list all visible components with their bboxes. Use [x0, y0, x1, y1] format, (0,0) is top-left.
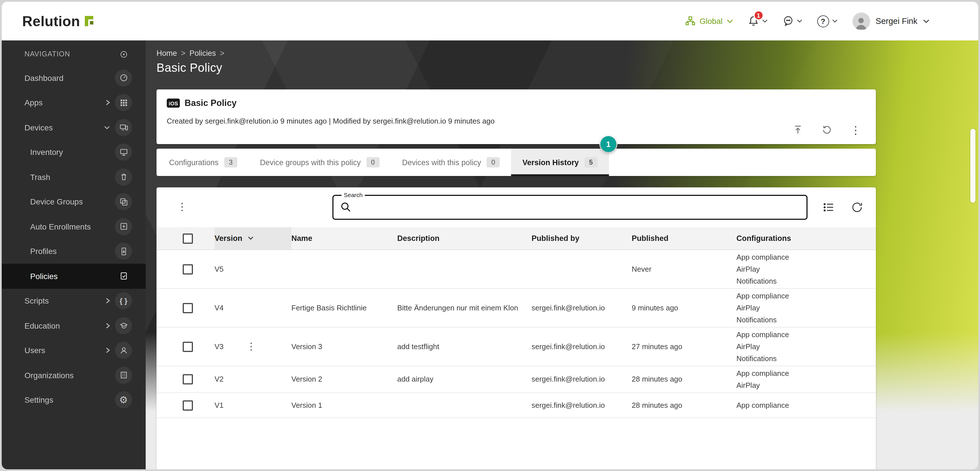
breadcrumb-policies[interactable]: Policies [189, 49, 216, 57]
chevron-right-icon [105, 99, 110, 106]
policies-icon [115, 268, 132, 285]
configurations-list: App compliance AirPlay Notifications [737, 290, 864, 326]
table-toolbar: ⋮ Search [156, 187, 876, 227]
sidebar-item-settings[interactable]: Settings ⚙ [2, 388, 146, 412]
column-header-version[interactable]: Version [215, 227, 291, 249]
sidebar-item-devices[interactable]: Devices [2, 115, 146, 140]
organizations-building-icon [115, 367, 132, 384]
restore-icon[interactable] [821, 124, 833, 136]
tab-device-groups[interactable]: Device groups with this policy 0 [249, 148, 391, 176]
chat-bubble-icon [782, 15, 794, 27]
toolbar-kebab-menu-icon[interactable]: ⋮ [177, 202, 187, 212]
sidebar-item-inventory[interactable]: Inventory [2, 140, 146, 164]
sidebar-item-profiles[interactable]: Profiles [2, 239, 146, 264]
tab-version-history[interactable]: Version History 5 [511, 148, 609, 176]
sidebar-item-dashboard[interactable]: Dashboard [2, 65, 146, 90]
sidebar-item-device-groups[interactable]: Device Groups [2, 189, 146, 214]
column-header-name[interactable]: Name [291, 234, 397, 243]
tab-bar: 1 Configurations 3 Device groups with th… [156, 148, 876, 176]
person-icon [854, 15, 869, 30]
navigation-target-icon[interactable] [115, 46, 132, 63]
tab-configurations[interactable]: Configurations 3 [158, 148, 249, 176]
avatar [852, 12, 870, 30]
row-kebab-menu-icon[interactable]: ⋮ [247, 342, 256, 351]
version-history-panel: ⋮ Search [156, 187, 876, 469]
chevron-right-icon [105, 323, 110, 329]
help-button[interactable]: ? [817, 15, 837, 27]
column-header-description[interactable]: Description [397, 234, 531, 243]
profiles-icon [115, 243, 132, 260]
card-kebab-menu-icon[interactable]: ⋮ [850, 125, 861, 135]
table-row[interactable]: V5 Never App compliance AirPlay Notifica… [156, 250, 876, 289]
table-row[interactable]: V2 Version 2 add airplay sergei.fink@rel… [156, 366, 876, 393]
page-title: Basic Policy [156, 61, 876, 77]
tab-devices[interactable]: Devices with this policy 0 [391, 148, 511, 176]
policy-summary-card: iOS Basic Policy Created by sergei.fink@… [156, 89, 876, 144]
sidebar-item-scripts[interactable]: Scripts { } [2, 289, 146, 313]
sidebar-item-education[interactable]: Education [2, 313, 146, 338]
sidebar-item-apps[interactable]: Apps [2, 90, 146, 115]
row-checkbox[interactable] [183, 264, 193, 274]
column-header-published-by[interactable]: Published by [531, 234, 632, 243]
policy-meta: Created by sergei.fink@relution.io 9 min… [167, 117, 865, 125]
organization-scope-selector[interactable]: Global [685, 16, 733, 26]
sidebar-item-organizations[interactable]: Organizations [2, 363, 146, 388]
table-row[interactable]: V3 ⋮ Version 3 add testflight sergei.fin… [156, 327, 876, 366]
search-box: Search [332, 195, 808, 220]
sidebar: NAVIGATION Dashboard Apps Devices [2, 40, 146, 469]
table-row[interactable]: V4 Fertige Basis Richtlinie Bitte Änderu… [156, 289, 876, 327]
sidebar-item-auto-enrollments[interactable]: Auto Enrollments [2, 214, 146, 239]
scope-label: Global [700, 16, 722, 26]
configurations-list: App compliance AirPlay Notifications [737, 251, 864, 287]
breadcrumb: Home > Policies > [156, 47, 876, 59]
column-header-configurations[interactable]: Configurations [737, 234, 864, 243]
chevron-down-icon [923, 19, 929, 23]
tab-count-badge: 0 [487, 157, 500, 168]
column-header-published[interactable]: Published [632, 234, 737, 243]
feedback-button[interactable] [782, 15, 802, 27]
row-checkbox[interactable] [183, 400, 193, 410]
notification-count-badge: 1 [753, 10, 764, 21]
trash-icon [115, 169, 132, 186]
row-checkbox[interactable] [183, 303, 193, 313]
sidebar-item-trash[interactable]: Trash [2, 164, 146, 189]
tour-step-badge: 1 [600, 136, 616, 152]
chevron-right-icon [105, 347, 110, 354]
policy-actions: ⋮ [792, 124, 861, 136]
ios-platform-badge: iOS [167, 99, 180, 108]
users-icon [115, 342, 132, 359]
select-all-checkbox[interactable] [183, 233, 193, 243]
sort-chevron-icon[interactable] [248, 236, 254, 240]
row-checkbox[interactable] [183, 374, 193, 385]
logo[interactable]: Relution [22, 13, 95, 29]
chevron-right-icon [105, 298, 110, 304]
sidebar-item-users[interactable]: Users [2, 338, 146, 363]
chevron-down-icon [832, 19, 837, 23]
sidebar-section-header: NAVIGATION [2, 43, 146, 65]
tab-count-badge: 5 [584, 157, 597, 168]
chevron-down-icon [103, 125, 110, 130]
refresh-icon[interactable] [851, 201, 863, 214]
inventory-icon [115, 144, 132, 161]
user-menu[interactable]: Sergei Fink [852, 12, 929, 30]
dashboard-icon [115, 69, 132, 86]
chevron-down-icon [727, 19, 733, 23]
help-icon: ? [817, 15, 829, 27]
apps-grid-icon [115, 94, 132, 111]
configurations-list: App compliance [737, 399, 864, 411]
scrollbar-thumb[interactable] [970, 129, 975, 203]
view-list-icon[interactable] [822, 201, 835, 214]
tab-count-badge: 3 [224, 157, 237, 168]
publish-icon[interactable] [792, 124, 803, 136]
topbar-actions: Global 1 ? [685, 12, 961, 30]
sidebar-item-policies[interactable]: Policies [2, 264, 146, 289]
row-checkbox[interactable] [183, 342, 193, 352]
user-name: Sergei Fink [875, 16, 917, 26]
notifications-button[interactable]: 1 [748, 15, 767, 27]
app-window: Relution Global 1 [2, 2, 978, 469]
gear-icon: ⚙ [115, 391, 132, 409]
auto-enrollments-icon [115, 218, 132, 235]
search-input[interactable] [357, 197, 801, 217]
table-row[interactable]: V1 Version 1 sergei.fink@relution.io 28 … [156, 393, 876, 418]
breadcrumb-home[interactable]: Home [156, 49, 177, 57]
